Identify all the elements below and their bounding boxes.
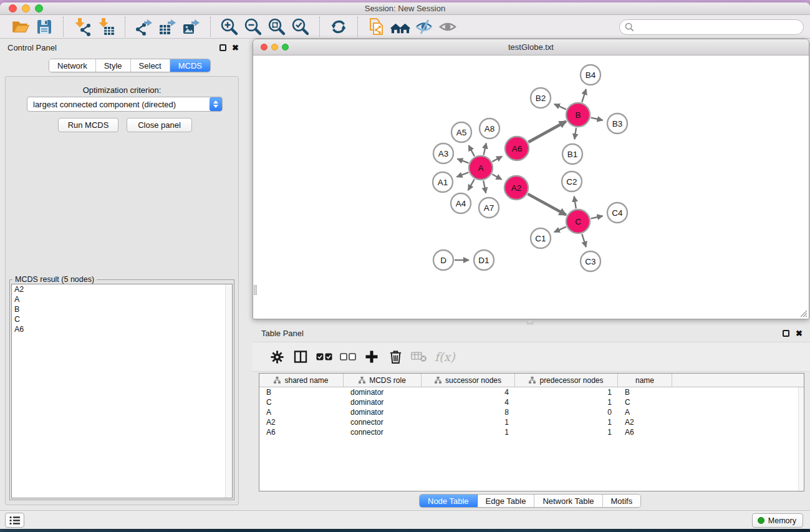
graph-edge[interactable] (554, 104, 566, 110)
close-panel-button[interactable]: Close panel (127, 118, 192, 132)
graph-edge[interactable] (528, 194, 566, 215)
graph-edge[interactable] (591, 216, 602, 218)
window-resize-handle[interactable] (799, 309, 808, 317)
graph-edge[interactable] (468, 145, 475, 156)
column-header-predecessor-nodes[interactable]: predecessor nodes (515, 374, 618, 387)
import-table-button[interactable] (96, 17, 116, 37)
export-table-button[interactable] (158, 17, 178, 37)
deselect-all-button[interactable] (337, 346, 359, 367)
graph-node[interactable]: B4 (581, 65, 600, 85)
graph-edge[interactable] (468, 179, 475, 190)
table-row[interactable]: Bdominator41B (259, 387, 804, 397)
network-window-titlebar[interactable]: testGlobe.txt (253, 39, 809, 56)
tab-motifs[interactable]: Motifs (603, 495, 641, 507)
float-panel-button[interactable] (219, 44, 226, 51)
table-float-button[interactable] (783, 330, 789, 337)
graph-node[interactable]: A6 (505, 137, 529, 160)
home-networks-button[interactable] (390, 17, 410, 37)
list-item[interactable]: A2 (12, 284, 232, 294)
graph-node[interactable]: C (566, 210, 590, 233)
select-all-button[interactable] (314, 346, 335, 367)
zoom-in-button[interactable] (219, 17, 239, 37)
table-close-button[interactable]: ✖ (796, 329, 803, 338)
graph-node[interactable]: B3 (607, 114, 627, 133)
graph-edge[interactable] (457, 159, 468, 163)
table-row[interactable]: A6connector11A6 (259, 427, 804, 437)
graph-node[interactable]: A5 (451, 122, 471, 142)
mcds-result-list[interactable]: A2ABCA6 (11, 284, 233, 498)
result-list-scrollbar[interactable] (225, 284, 232, 498)
table-scrollbar[interactable] (798, 387, 804, 491)
minimize-window-button[interactable] (22, 4, 30, 12)
memory-button[interactable]: Memory (752, 513, 803, 528)
open-session-button[interactable] (11, 17, 31, 37)
graph-edge[interactable] (492, 174, 501, 180)
table-row[interactable]: Cdominator41C (259, 397, 804, 407)
hide-panel-button[interactable] (414, 17, 434, 37)
clone-network-button[interactable] (367, 17, 387, 37)
graph-node[interactable]: C2 (562, 172, 582, 191)
search-input[interactable] (637, 21, 803, 34)
split-divider-nub[interactable] (254, 285, 257, 295)
export-network-button[interactable] (134, 17, 154, 37)
graph-node[interactable]: D1 (474, 250, 494, 270)
tab-mcds[interactable]: MCDS (170, 59, 210, 72)
save-session-button[interactable] (34, 17, 54, 37)
graph-node[interactable]: D (433, 250, 453, 270)
graph-edge[interactable] (528, 122, 566, 142)
zoom-fit-button[interactable] (267, 17, 287, 37)
tab-network-table[interactable]: Network Table (534, 495, 602, 507)
optimization-criterion-dropdown[interactable]: largest connected component (directed) (27, 97, 223, 112)
show-columns-button[interactable] (290, 346, 311, 367)
graph-node[interactable]: A3 (433, 143, 453, 163)
add-column-button[interactable] (361, 346, 382, 367)
graph-edge[interactable] (493, 157, 503, 162)
graph-node[interactable]: C1 (531, 228, 551, 248)
graph-edge[interactable] (483, 181, 486, 193)
column-header-name[interactable]: name (618, 374, 672, 387)
graph-node[interactable]: A (469, 156, 493, 180)
import-network-button[interactable] (72, 17, 92, 37)
close-panel-icon-button[interactable]: ✖ (232, 43, 239, 52)
horizontal-split-handle[interactable] (527, 320, 533, 324)
graph-edge[interactable] (582, 234, 586, 247)
graph-edge[interactable] (484, 143, 486, 155)
close-window-button[interactable] (9, 4, 17, 12)
delete-column-button[interactable] (385, 346, 406, 367)
graph-edge[interactable] (574, 196, 576, 209)
graph-node[interactable]: B1 (562, 144, 582, 164)
table-row[interactable]: A2connector11A2 (259, 417, 804, 427)
run-mcds-button[interactable]: Run MCDS (58, 118, 118, 132)
graph-node[interactable]: A4 (451, 193, 471, 213)
list-item[interactable]: A (12, 294, 232, 304)
graph-node[interactable]: A2 (504, 176, 528, 200)
show-tasks-button[interactable] (5, 513, 24, 528)
show-panel-button[interactable] (438, 17, 458, 37)
graph-node[interactable]: B2 (531, 88, 551, 108)
graph-edge[interactable] (554, 227, 566, 233)
table-row[interactable]: Adominator80A (259, 407, 804, 417)
refresh-layout-button[interactable] (329, 17, 349, 37)
column-header-successor-nodes[interactable]: successor nodes (422, 374, 515, 387)
graph-node[interactable]: B (566, 103, 590, 127)
graph-node[interactable]: A7 (479, 198, 499, 218)
graph-node[interactable]: C4 (607, 203, 627, 223)
graph-node[interactable]: C3 (581, 251, 600, 271)
graph-edge[interactable] (591, 118, 602, 120)
zoom-out-button[interactable] (243, 17, 263, 37)
tab-node-table[interactable]: Node Table (420, 495, 478, 507)
network-close-button[interactable] (261, 44, 268, 51)
graph-node[interactable]: A8 (480, 118, 499, 138)
network-minimize-button[interactable] (271, 44, 278, 51)
zoom-selected-button[interactable] (291, 17, 311, 37)
graph-edge[interactable] (456, 172, 468, 177)
export-image-button[interactable] (181, 17, 201, 37)
graph-edge[interactable] (574, 128, 576, 139)
tab-select[interactable]: Select (131, 59, 170, 72)
tab-network[interactable]: Network (49, 59, 96, 72)
graph-edge[interactable] (582, 89, 586, 102)
network-zoom-button[interactable] (282, 44, 289, 51)
tab-style[interactable]: Style (96, 59, 131, 72)
network-canvas[interactable]: B4B2BB3A8A5A6A3B1AA1C2A2A4A7C4CC1C3DD1 (254, 56, 808, 318)
search-field[interactable] (619, 19, 804, 35)
